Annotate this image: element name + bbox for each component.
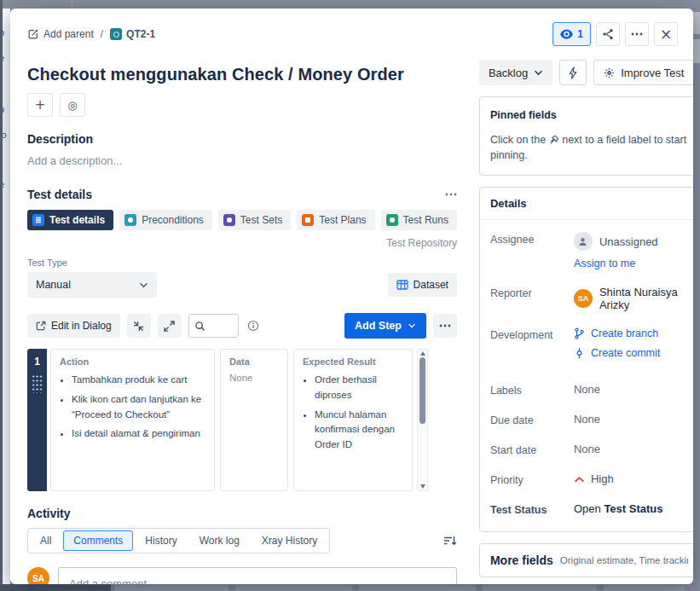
description-heading: Description xyxy=(27,132,457,146)
close-button[interactable]: × xyxy=(654,22,678,46)
watch-button[interactable]: 1 xyxy=(552,22,591,46)
reporter-value[interactable]: SA Shinta Nuraisya Arizky xyxy=(574,286,693,311)
tab-work-log[interactable]: Work log xyxy=(189,530,250,551)
sort-order-button[interactable] xyxy=(443,535,457,547)
tab-test-sets[interactable]: Test Sets xyxy=(218,210,291,230)
page-title: Checkout menggunakan Check / Money Order xyxy=(27,65,457,84)
info-icon[interactable] xyxy=(247,320,259,332)
apps-button[interactable]: ◎ xyxy=(60,93,85,117)
step-search[interactable] xyxy=(188,314,239,338)
data-value: None xyxy=(229,373,279,383)
test-type-value: Manual xyxy=(36,279,71,291)
test-steps-panel: 1 Action Tambahkan produk ke cart Klik i… xyxy=(27,349,457,491)
tab-all[interactable]: All xyxy=(30,530,61,551)
steps-scrollbar[interactable] xyxy=(417,349,428,491)
scroll-up-icon[interactable] xyxy=(420,351,425,356)
add-step-button[interactable]: Add Step xyxy=(344,313,426,339)
search-input[interactable] xyxy=(205,320,234,332)
test-issue-type-icon xyxy=(110,28,122,40)
priority-high-icon xyxy=(574,476,585,483)
issue-key-link[interactable]: QT2-1 xyxy=(110,28,155,40)
comment-composer: SA Add a comment... Who is working on th… xyxy=(27,567,457,584)
assign-to-me-link[interactable]: Assign to me xyxy=(574,258,635,269)
field-priority: Priority High xyxy=(490,472,693,486)
hint-text: Click on the xyxy=(490,134,546,146)
test-repository-link[interactable]: Test Repository xyxy=(386,237,457,249)
breadcrumb-separator: / xyxy=(101,28,103,40)
start-date-value[interactable]: None xyxy=(574,443,693,456)
test-type-select[interactable]: Manual xyxy=(27,272,157,298)
expected-item: Order berhasil diproses xyxy=(315,373,403,403)
due-date-value[interactable]: None xyxy=(574,413,693,426)
backdrop-letter: e xyxy=(3,179,4,189)
tab-xray-history[interactable]: Xray History xyxy=(252,530,327,551)
step-drag-handle[interactable]: 1 xyxy=(27,349,47,491)
step-action-cell[interactable]: Action Tambahkan produk ke cart Klik iko… xyxy=(50,349,215,491)
collapse-all-button[interactable] xyxy=(127,314,151,338)
search-icon xyxy=(194,321,205,332)
backdrop-board-column xyxy=(483,585,597,591)
field-reporter: Reporter SA Shinta Nuraisya Arizky xyxy=(490,286,693,311)
drag-dots-icon xyxy=(32,374,43,393)
field-due-date: Due date None xyxy=(490,413,693,426)
chevron-down-icon xyxy=(139,282,148,288)
create-commit-label: Create commit xyxy=(591,347,660,359)
scrollbar-thumb[interactable] xyxy=(419,357,425,424)
assignee-value[interactable]: Unassigned xyxy=(574,232,693,251)
create-commit-row[interactable]: Create commit xyxy=(574,347,693,359)
tab-history[interactable]: History xyxy=(135,530,187,551)
priority-value[interactable]: High xyxy=(574,472,693,485)
status-label: Backlog xyxy=(489,67,528,79)
tab-preconditions[interactable]: Preconditions xyxy=(119,210,212,230)
backdrop-letter: e xyxy=(3,53,4,63)
test-tabs: Test details Preconditions Test Sets Tes… xyxy=(27,210,457,230)
create-branch-row[interactable]: Create branch xyxy=(574,327,693,339)
step-expected-cell[interactable]: Expected Result Order berhasil diproses … xyxy=(293,349,413,491)
details-header[interactable]: Details xyxy=(480,188,693,220)
more-fields-card[interactable]: More fields Original estimate, Time trac… xyxy=(479,543,693,577)
labels-value[interactable]: None xyxy=(574,383,693,397)
tab-label: Preconditions xyxy=(142,214,204,226)
steps-toolbar: Edit in Dialog xyxy=(27,313,457,339)
priority-label: Priority xyxy=(490,472,574,486)
description-placeholder[interactable]: Add a description... xyxy=(27,154,457,167)
backdrop-board-column xyxy=(604,585,685,591)
tab-test-runs[interactable]: Test Runs xyxy=(381,210,457,230)
reporter-name: Shinta Nuraisya Arizky xyxy=(599,286,693,311)
tab-test-plans[interactable]: Test Plans xyxy=(297,210,374,230)
add-button[interactable]: + xyxy=(27,93,53,117)
test-details-heading: Test details xyxy=(27,188,92,201)
automation-trigger-button[interactable] xyxy=(559,60,587,85)
comment-input[interactable]: Add a comment... Who is working on this.… xyxy=(58,567,457,584)
details-card: Details Assignee xyxy=(479,187,693,532)
step-data-cell[interactable]: Data None xyxy=(220,349,288,491)
branch-icon xyxy=(574,327,585,339)
activity-heading: Activity xyxy=(27,507,457,520)
more-fields-summary: Original estimate, Time tracking, Compo.… xyxy=(560,555,688,565)
expected-item: Muncul halaman konfirmasi dengan Order I… xyxy=(315,408,403,453)
status-dropdown[interactable]: Backlog xyxy=(479,60,552,85)
add-step-label: Add Step xyxy=(355,320,402,332)
scroll-down-icon[interactable] xyxy=(420,484,425,489)
edit-in-dialog-button[interactable]: Edit in Dialog xyxy=(27,314,120,338)
repo-row: Test Repository xyxy=(27,237,457,249)
more-actions-button[interactable] xyxy=(625,22,649,46)
test-sets-icon xyxy=(223,214,235,226)
add-parent-button[interactable]: Add parent xyxy=(27,28,94,40)
backdrop-column-divider xyxy=(72,0,72,9)
test-details-more-button[interactable] xyxy=(445,193,457,196)
field-test-status: Test Status Open Test Status xyxy=(490,502,693,516)
test-status-button[interactable]: Test Status xyxy=(604,502,662,515)
due-date-label: Due date xyxy=(490,413,574,426)
development-label: Development xyxy=(490,327,564,367)
steps-more-button[interactable] xyxy=(433,314,457,338)
tab-comments[interactable]: Comments xyxy=(63,530,133,551)
dataset-button[interactable]: Dataset xyxy=(388,273,457,297)
share-icon xyxy=(602,28,614,40)
tab-label: Test Runs xyxy=(403,214,448,226)
action-item: Tambahkan produk ke cart xyxy=(72,373,205,388)
improve-test-button[interactable]: Improve Test xyxy=(593,60,693,85)
share-button[interactable] xyxy=(596,22,620,46)
tab-test-details[interactable]: Test details xyxy=(27,210,113,230)
expand-all-button[interactable] xyxy=(158,314,182,338)
